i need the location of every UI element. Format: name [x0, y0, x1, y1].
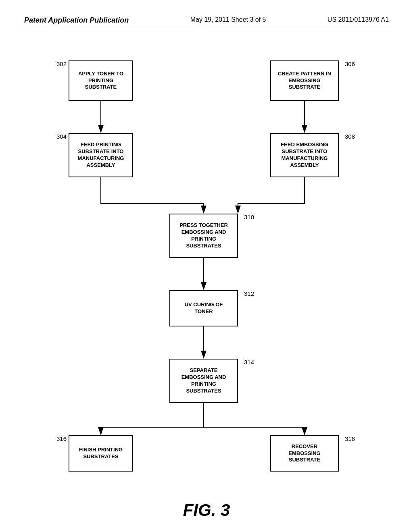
- arrow-308-310: [238, 177, 305, 213]
- label-308: 308: [345, 133, 355, 140]
- box-304: FEED PRINTING SUBSTRATE INTO MANUFACTURI…: [69, 133, 133, 177]
- arrow-314-316: [101, 403, 204, 434]
- label-312: 312: [244, 290, 254, 297]
- figure-label: FIG. 3: [0, 501, 413, 520]
- box-314: SEPARATE EMBOSSING AND PRINTING SUBSTRAT…: [169, 359, 238, 403]
- arrow-304-310: [101, 177, 204, 213]
- label-310: 310: [244, 214, 254, 220]
- label-316: 316: [56, 435, 67, 442]
- box310-label: PRESS TOGETHER EMBOSSING AND PRINTING SU…: [179, 222, 228, 249]
- label-304: 304: [56, 133, 67, 140]
- header-patent-number: US 2011/0113976 A1: [327, 16, 389, 23]
- arrow-314-318: [204, 403, 305, 434]
- label-314: 314: [244, 359, 254, 366]
- box308-label: FEED EMBOSSING SUBSTRATE INTO MANUFACTUR…: [281, 141, 328, 169]
- box312-label: UV CURING OF TONER: [185, 301, 223, 315]
- box-310: PRESS TOGETHER EMBOSSING AND PRINTING SU…: [169, 214, 238, 258]
- header: Patent Application Publication May 19, 2…: [24, 16, 389, 28]
- box-312: UV CURING OF TONER: [169, 290, 238, 326]
- diagram-area: APPLY TONER TO PRINTING SUBSTRATE 302 FE…: [24, 44, 389, 488]
- header-date-sheet: May 19, 2011 Sheet 3 of 5: [190, 16, 266, 23]
- box302-label: APPLY TONER TO PRINTING SUBSTRATE: [78, 71, 123, 91]
- label-318: 318: [345, 435, 355, 442]
- box-318: RECOVER EMBOSSING SUBSTRATE: [270, 435, 339, 472]
- box-316: FINISH PRINTING SUBSTRATES: [69, 435, 133, 472]
- box314-label: SEPARATE EMBOSSING AND PRINTING SUBSTRAT…: [181, 367, 226, 395]
- flow-arrows: [24, 44, 389, 488]
- box318-label: RECOVER EMBOSSING SUBSTRATE: [288, 443, 320, 464]
- label-306: 306: [345, 60, 355, 67]
- box-308: FEED EMBOSSING SUBSTRATE INTO MANUFACTUR…: [270, 133, 339, 177]
- box-302: APPLY TONER TO PRINTING SUBSTRATE: [69, 60, 133, 101]
- box304-label: FEED PRINTING SUBSTRATE INTO MANUFACTURI…: [78, 141, 124, 169]
- label-302: 302: [56, 60, 67, 67]
- header-publication: Patent Application Publication: [24, 16, 129, 25]
- box306-label: CREATE PATTERN IN EMBOSSING SUBSTRATE: [278, 71, 331, 91]
- page: Patent Application Publication May 19, 2…: [0, 0, 413, 532]
- box316-label: FINISH PRINTING SUBSTRATES: [79, 447, 123, 460]
- box-306: CREATE PATTERN IN EMBOSSING SUBSTRATE: [270, 60, 339, 101]
